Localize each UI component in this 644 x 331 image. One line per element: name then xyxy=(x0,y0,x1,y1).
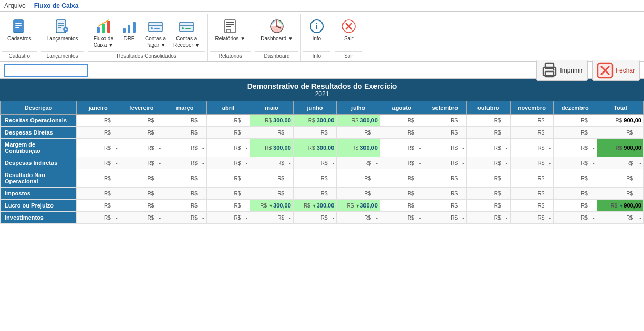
cell-margem-8: R$ - xyxy=(423,139,467,157)
sair-button[interactable]: Sair xyxy=(337,16,360,44)
menu-fluxo-caixa[interactable]: Fluxo de Caixa xyxy=(34,2,79,9)
cell-impostos-11: R$ - xyxy=(554,188,597,200)
fluxo-caixa-button[interactable]: Fluxo deCaixa ▼ xyxy=(90,16,117,50)
contas-pagar-button[interactable]: Contas aPagar ▼ xyxy=(142,16,169,50)
lancamentos-label: Lançamentos xyxy=(47,36,78,42)
cell-despesas-diretas-8: R$ - xyxy=(423,127,467,139)
cell-despesas-indiretas-4: R$ - xyxy=(250,157,294,169)
cell-resultado-nao-op-9: R$ - xyxy=(466,169,510,188)
cell-impostos-8: R$ - xyxy=(423,188,467,200)
cell-resultado-nao-op-10: R$ - xyxy=(510,169,554,188)
table-row: Despesas DiretasR$ -R$ -R$ -R$ -R$ -R$ -… xyxy=(1,127,644,139)
ribbon-group-sair: Sair Sair xyxy=(333,14,365,61)
cell-investimentos-1: R$ - xyxy=(120,212,163,224)
cell-receitas-total: R$ 900,00 xyxy=(597,115,643,127)
row-desc-receitas: Receitas Operacionais xyxy=(1,115,77,127)
ribbon-group-dashboard-label: Dashboard xyxy=(255,51,298,61)
col-header-desc: Descrição xyxy=(1,101,77,115)
cell-margem-total: R$ 900,00 xyxy=(597,139,643,157)
sair-label: Sair xyxy=(344,36,354,42)
toolbar-input[interactable] xyxy=(4,64,88,77)
row-desc-investimentos: Investimentos xyxy=(1,212,77,224)
info-button[interactable]: i Info xyxy=(305,16,328,44)
contas-receber-button[interactable]: Contas aReceber ▼ xyxy=(170,16,203,50)
col-header-fev: fevereiro xyxy=(120,101,163,115)
cell-investimentos-7: R$ - xyxy=(380,212,423,224)
svg-rect-1 xyxy=(15,23,22,24)
cell-lucro-10: R$ - xyxy=(510,200,554,212)
lancamentos-button[interactable]: Lançamentos xyxy=(44,16,81,44)
relatorios-icon xyxy=(222,18,238,35)
cadastros-icon xyxy=(11,18,28,35)
cell-investimentos-11: R$ - xyxy=(554,212,597,224)
cell-investimentos-2: R$ - xyxy=(163,212,207,224)
svg-rect-27 xyxy=(226,24,234,25)
ribbon-group-relatorios: Relatórios ▼ Relatórios xyxy=(208,14,254,61)
col-header-abr: abril xyxy=(206,101,250,115)
col-header-jun: junho xyxy=(293,101,337,115)
cell-lucro-total: R$ ▼900,00 xyxy=(597,200,643,212)
svg-rect-15 xyxy=(128,25,130,33)
cell-impostos-3: R$ - xyxy=(206,188,250,200)
cell-impostos-9: R$ - xyxy=(466,188,510,200)
ribbon-group-info-label: Info xyxy=(303,51,330,61)
cell-margem-3: R$ - xyxy=(206,139,250,157)
cell-resultado-nao-op-7: R$ - xyxy=(380,169,423,188)
cell-resultado-nao-op-4: R$ - xyxy=(250,169,294,188)
print-button[interactable]: Imprimir xyxy=(536,60,587,81)
cell-impostos-0: R$ - xyxy=(77,188,120,200)
dre-title: Demonstrativo de Resultados do Exercício xyxy=(3,82,641,90)
cell-investimentos-total: R$ - xyxy=(597,212,643,224)
cell-despesas-indiretas-3: R$ - xyxy=(206,157,250,169)
col-header-dez: dezembro xyxy=(554,101,597,115)
cell-resultado-nao-op-total: R$ - xyxy=(597,169,643,188)
cell-investimentos-10: R$ - xyxy=(510,212,554,224)
sair-icon xyxy=(340,18,357,35)
cell-investimentos-3: R$ - xyxy=(206,212,250,224)
menu-arquivo[interactable]: Arquivo xyxy=(4,2,26,9)
col-header-mai: maio xyxy=(250,101,294,115)
dashboard-button[interactable]: Dashboard ▼ xyxy=(257,16,296,44)
row-desc-impostos: Impostos xyxy=(1,188,77,200)
dre-icon xyxy=(121,18,138,35)
ribbon-group-resultados-label: Resultados Consolidados xyxy=(88,51,205,61)
cell-impostos-1: R$ - xyxy=(120,188,163,200)
cell-lucro-11: R$ - xyxy=(554,200,597,212)
cell-resultado-nao-op-8: R$ - xyxy=(423,169,467,188)
cell-resultado-nao-op-2: R$ - xyxy=(163,169,207,188)
cell-receitas-0: R$ - xyxy=(77,115,120,127)
close-button[interactable]: Fechar xyxy=(592,60,640,81)
table-row: Despesas IndiretasR$ -R$ -R$ -R$ -R$ -R$… xyxy=(1,157,644,169)
svg-rect-20 xyxy=(154,28,160,29)
cell-impostos-4: R$ - xyxy=(250,188,294,200)
ribbon-group-dashboard: Dashboard ▼ Dashboard xyxy=(253,14,301,61)
ribbon-group-cadastro-label: Cadastro xyxy=(2,51,37,61)
dre-title-section: Demonstrativo de Resultados do Exercício… xyxy=(0,79,644,101)
ribbon-group-info: i Info Info xyxy=(301,14,333,61)
relatorios-button[interactable]: Relatórios ▼ xyxy=(212,16,249,44)
cell-margem-5: R$ 300,00 xyxy=(293,139,337,157)
svg-rect-12 xyxy=(102,24,105,33)
svg-rect-17 xyxy=(149,22,162,32)
dre-label: DRE xyxy=(123,36,134,42)
svg-rect-14 xyxy=(123,28,126,33)
cell-lucro-5: R$ ▼300,00 xyxy=(293,200,337,212)
svg-rect-16 xyxy=(133,22,136,33)
row-desc-resultado-nao-op: Resultado Não Operacional xyxy=(1,169,77,188)
dashboard-label: Dashboard ▼ xyxy=(261,36,293,42)
cell-resultado-nao-op-3: R$ - xyxy=(206,169,250,188)
dre-button[interactable]: DRE xyxy=(118,16,141,44)
cell-investimentos-8: R$ - xyxy=(423,212,467,224)
cell-investimentos-9: R$ - xyxy=(466,212,510,224)
cell-despesas-diretas-1: R$ - xyxy=(120,127,163,139)
svg-rect-28 xyxy=(226,26,231,27)
info-label: Info xyxy=(312,36,321,42)
table-container: Demonstrativo de Resultados do Exercício… xyxy=(0,79,644,331)
cell-despesas-indiretas-1: R$ - xyxy=(120,157,163,169)
menu-bar: Arquivo Fluxo de Caixa xyxy=(0,0,644,12)
contas-pagar-label: Contas aPagar ▼ xyxy=(145,36,166,48)
cell-lucro-8: R$ - xyxy=(423,200,467,212)
contas-receber-icon xyxy=(178,18,195,35)
cadastros-button[interactable]: Cadastros xyxy=(4,16,35,44)
row-desc-despesas-diretas: Despesas Diretas xyxy=(1,127,77,139)
